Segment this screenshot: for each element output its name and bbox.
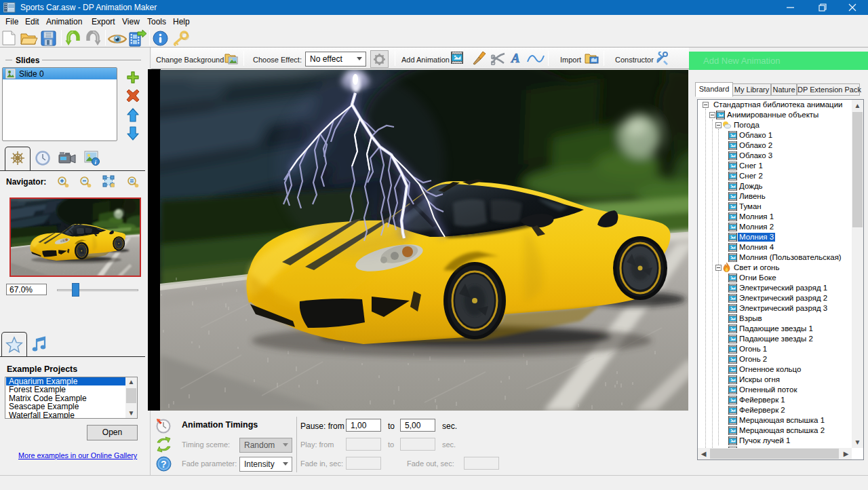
svg-text:A: A: [511, 52, 520, 64]
svg-text:?: ?: [161, 459, 167, 470]
